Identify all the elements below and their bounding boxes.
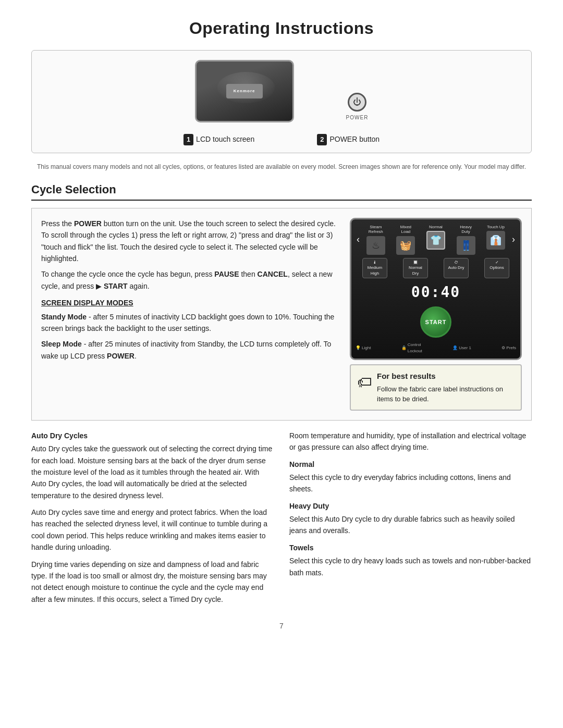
opt-auto-dry-icon: ⏱ <box>447 260 466 265</box>
power-button-diagram: ⏻ POWER <box>346 93 369 121</box>
cycle-touchup-label: Touch Up <box>487 225 505 230</box>
best-results-content: For best results Follow the fabric care … <box>377 371 515 404</box>
normal-title: Normal <box>289 459 532 470</box>
opt-dry-icon: 🔲 <box>406 260 425 265</box>
opt-temp-label: MediumHigh <box>365 265 384 276</box>
lcd-diagram-area: Kenmore <box>195 60 294 127</box>
cycle-selection-heading: Cycle Selection <box>31 181 532 201</box>
cycle-selection-box: Press the POWER button turn on the unit.… <box>31 208 532 421</box>
label-power-text: POWER button <box>329 134 380 145</box>
bottom-user[interactable]: 👤 User 1 <box>452 345 471 351</box>
opt-auto-dry[interactable]: ⏱ Auto Dry <box>444 258 469 278</box>
lcd-cycles-row[interactable]: ‹ SteamRefresh ♨ MixedLoad 🧺 Normal 👕 <box>356 225 516 255</box>
best-results-icon: 🏷 <box>357 372 372 393</box>
label-lcd-text: LCD touch screen <box>196 134 254 145</box>
cycle-para1: Press the POWER button turn on the unit.… <box>41 218 339 265</box>
opt-dry-label: NormalDry <box>406 265 425 276</box>
normal-text: Select this cycle to dry everyday fabric… <box>289 472 532 495</box>
cycle-heavy-duty[interactable]: HeavyDuty 👖 <box>457 225 475 255</box>
disclaimer-text: This manual covers many models and not a… <box>31 163 532 171</box>
label-num-1: 1 <box>183 134 193 145</box>
page-number: 7 <box>31 621 532 632</box>
right-col-intro: Room temperature and humidity, type of i… <box>289 430 532 453</box>
cycle-heavy-icon: 👖 <box>457 236 475 255</box>
user-label: User 1 <box>459 345 471 351</box>
appliance-diagram: Kenmore ⏻ POWER 1 LCD touch screen 2 POW… <box>31 50 532 153</box>
best-results-title: For best results <box>377 371 515 382</box>
auto-dry-title: Auto Dry Cycles <box>31 430 274 441</box>
prefs-icon: ⚙ <box>501 345 505 351</box>
lcd-options-row: 🌡 MediumHigh 🔲 NormalDry ⏱ Auto Dry ✓ Op… <box>356 258 516 278</box>
lcd-start-row: START <box>356 306 516 338</box>
label-num-2: 2 <box>317 134 327 145</box>
cycle-touchup-icon: 👔 <box>486 231 505 250</box>
cycle-touch-up[interactable]: Touch Up 👔 <box>486 225 505 255</box>
label-power: 2 POWER button <box>317 134 380 145</box>
bottom-two-col: Auto Dry Cycles Auto Dry cycles take the… <box>31 430 532 610</box>
auto-dry-column: Auto Dry Cycles Auto Dry cycles take the… <box>31 430 274 610</box>
opt-temp[interactable]: 🌡 MediumHigh <box>362 258 387 278</box>
opt-dry[interactable]: 🔲 NormalDry <box>403 258 428 278</box>
cycle-para2: To change the cycle once the cycle has b… <box>41 268 339 292</box>
user-icon: 👤 <box>452 345 458 351</box>
heavy-duty-text: Select this Auto Dry cycle to dry durabl… <box>289 513 532 537</box>
page-title: Operating Instructions <box>31 16 532 41</box>
lcd-time-display: 00:40 <box>356 281 516 303</box>
cycle-right-column: ‹ SteamRefresh ♨ MixedLoad 🧺 Normal 👕 <box>350 218 522 411</box>
opt-auto-dry-label: Auto Dry <box>447 265 466 270</box>
auto-dry-para2: Auto Dry cycles save time and energy and… <box>31 507 274 553</box>
lcd-bottom-bar: 💡 Light 🔒 ControlLockout 👤 User 1 ⚙ Pref… <box>356 342 516 354</box>
power-label-small: POWER <box>346 114 369 121</box>
auto-dry-para1: Auto Dry cycles take the guesswork out o… <box>31 443 274 501</box>
cycle-steam-refresh[interactable]: SteamRefresh ♨ <box>366 225 385 255</box>
towels-title: Towels <box>289 542 532 553</box>
cycle-mixed-load[interactable]: MixedLoad 🧺 <box>396 225 415 255</box>
sleep-mode-text: Sleep Mode - after 25 minutes of inactiv… <box>41 338 339 362</box>
auto-dry-para3: Drying time varies depending on size and… <box>31 559 274 606</box>
standby-mode-text: Standy Mode - after 5 minutes of inactiv… <box>41 311 339 335</box>
cycle-steam-icon: ♨ <box>366 236 385 255</box>
lcd-next-arrow[interactable]: › <box>511 232 516 246</box>
brand-logo: Kenmore <box>226 84 263 98</box>
lcd-start-button[interactable]: START <box>420 306 451 338</box>
screen-display-title: SCREEN DISPLAY MODES <box>41 297 339 309</box>
bottom-light[interactable]: 💡 Light <box>356 345 371 351</box>
lcd-ui-mockup: ‹ SteamRefresh ♨ MixedLoad 🧺 Normal 👕 <box>350 218 522 360</box>
label-lcd: 1 LCD touch screen <box>183 134 254 145</box>
prefs-label: Prefs <box>506 345 516 351</box>
lcd-prev-arrow[interactable]: ‹ <box>356 232 361 246</box>
heavy-duty-title: Heavy Duty <box>289 500 532 512</box>
cycle-mixed-icon: 🧺 <box>396 236 415 255</box>
cycle-heavy-label: HeavyDuty <box>460 225 472 235</box>
cycle-normal-label: Normal <box>429 225 443 230</box>
power-icon: ⏻ <box>348 93 366 112</box>
cycle-steam-label: SteamRefresh <box>369 225 383 235</box>
lcd-cycles-list: SteamRefresh ♨ MixedLoad 🧺 Normal 👕 <box>362 225 510 255</box>
bottom-lockout[interactable]: 🔒 ControlLockout <box>401 342 422 354</box>
opt-options-label: Options <box>487 265 506 270</box>
opt-temp-icon: 🌡 <box>365 260 384 265</box>
diagram-labels: 1 LCD touch screen 2 POWER button <box>47 134 516 145</box>
bottom-prefs[interactable]: ⚙ Prefs <box>501 345 516 351</box>
cycle-normal[interactable]: Normal 👕 <box>426 225 445 255</box>
lockout-icon: 🔒 <box>401 345 407 351</box>
lcd-screen-image: Kenmore <box>195 60 294 122</box>
opt-options[interactable]: ✓ Options <box>484 258 509 278</box>
best-results-box: 🏷 For best results Follow the fabric car… <box>350 364 522 411</box>
opt-options-icon: ✓ <box>487 260 506 265</box>
light-label: Light <box>362 345 371 351</box>
cycle-descriptions-column: Room temperature and humidity, type of i… <box>289 430 532 610</box>
cycle-mixed-label: MixedLoad <box>400 225 411 235</box>
towels-text: Select this cycle to dry heavy loads suc… <box>289 555 532 578</box>
cycle-normal-icon: 👕 <box>426 231 445 250</box>
light-icon: 💡 <box>356 345 361 351</box>
cycle-text-column: Press the POWER button turn on the unit.… <box>41 218 339 411</box>
lockout-label: ControlLockout <box>408 342 422 354</box>
best-results-text: Follow the fabric care label instruction… <box>377 384 515 404</box>
